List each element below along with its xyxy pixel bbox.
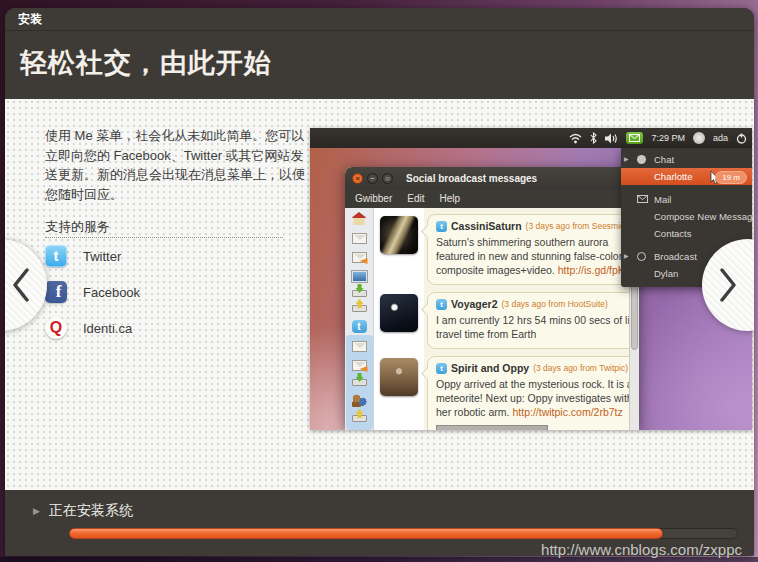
outbox-send-icon: [352, 305, 367, 312]
photos-icon: [352, 271, 367, 282]
message-meta: (3 days ago from Twitpic): [533, 363, 628, 373]
volume-icon: [605, 133, 618, 144]
desktop-background: 安装 轻松社交，由此开始 使用 Me 菜单，社会化从未如此简单。您可以立即向您的…: [0, 0, 758, 562]
panel-username: ada: [713, 133, 728, 143]
installer-window: 安装 轻松社交，由此开始 使用 Me 菜单，社会化从未如此简单。您可以立即向您的…: [5, 8, 754, 556]
window-titlebar: 安装: [5, 8, 754, 31]
attached-photo: [436, 425, 548, 430]
previous-slide-button[interactable]: [5, 239, 47, 331]
inbox-receive-icon: [352, 379, 367, 386]
screenshot-top-panel: 7:29 PM ada: [310, 128, 752, 148]
twitter-icon: t: [45, 245, 67, 267]
desktop-screenshot-image: 7:29 PM ada × − ○ Social broadcast messa…: [310, 128, 752, 430]
facebook-icon: f: [45, 281, 67, 303]
gwibber-window-title: Social broadcast messages: [406, 173, 537, 184]
wifi-icon: [569, 133, 582, 144]
service-item-identica: Q Identi.ca: [45, 315, 132, 341]
window-title: 安装: [18, 12, 42, 26]
avatar: [693, 132, 705, 144]
install-status-expander[interactable]: ▶ 正在安装系统: [33, 502, 133, 520]
watermark-url: http://www.cnblogs.com/zxppc: [541, 541, 742, 558]
slide-header: 轻松社交，由此开始: [5, 31, 754, 98]
slide-heading: 轻松社交，由此开始: [5, 31, 754, 81]
message-envelope-icon: [626, 132, 643, 144]
contacts-icon: [352, 394, 367, 407]
minimize-icon: −: [367, 173, 378, 184]
avatar: [380, 216, 418, 254]
identica-icon: Q: [45, 317, 67, 339]
message-author: Voyager2: [451, 298, 498, 310]
menu-gwibber: Gwibber: [355, 193, 392, 204]
gwibber-menubar: Gwibber Edit Help: [345, 189, 639, 208]
service-label: Identi.ca: [83, 321, 132, 336]
avatar: [380, 294, 418, 332]
message-list: t CassiniSaturn (3 days ago from Seesmic…: [374, 208, 639, 430]
twitter-icon: t: [352, 320, 367, 333]
home-icon: [352, 212, 367, 225]
slideshow-area: 使用 Me 菜单，社会化从未如此简单。您可以立即向您的 Facebook、Twi…: [5, 99, 754, 490]
message-item: t CassiniSaturn (3 days ago from Seesmic…: [378, 214, 639, 285]
chevron-right-icon: [720, 268, 736, 302]
service-item-twitter: t Twitter: [45, 243, 121, 269]
services-title: 支持的服务: [45, 218, 110, 236]
envelope-icon: [352, 233, 367, 244]
submenu-arrow-icon: ▶: [624, 248, 629, 265]
twitter-icon: t: [436, 299, 447, 310]
avatar: [380, 358, 418, 396]
menu-item-mail: Mail: [621, 191, 752, 208]
message-author: Spirit and Oppy: [451, 362, 529, 374]
message-author: CassiniSaturn: [451, 220, 522, 232]
service-item-facebook: f Facebook: [45, 279, 140, 305]
service-label: Facebook: [83, 285, 140, 300]
gwibber-content: t t: [345, 208, 639, 430]
status-badge: 19 m: [715, 171, 747, 184]
services-divider: [45, 237, 283, 238]
maximize-icon: ○: [382, 173, 393, 184]
envelope-icon: [352, 341, 367, 352]
reply-envelope-icon: [352, 360, 367, 371]
twitter-icon: t: [436, 363, 447, 374]
gwibber-sidebar: t: [345, 208, 374, 430]
power-icon: [736, 133, 747, 144]
panel-clock: 7:29 PM: [651, 133, 685, 143]
install-status-text: 正在安装系统: [49, 502, 133, 520]
message-meta: (3 days ago from HootSuite): [502, 299, 608, 309]
message-body: I am currently 12 hrs 54 mins 00 secs of…: [436, 314, 639, 340]
message-item: t Spirit and Oppy (3 days ago from Twitp…: [378, 356, 639, 430]
mail-envelope-icon: [637, 195, 648, 203]
message-bubble: t CassiniSaturn (3 days ago from Seesmic…: [427, 214, 639, 285]
chat-bubble-icon: [637, 155, 646, 164]
submenu-arrow-icon: ▶: [624, 151, 629, 168]
menu-item-compose: Compose New Message: [621, 208, 752, 225]
slide-paragraph: 使用 Me 菜单，社会化从未如此简单。您可以立即向您的 Facebook、Twi…: [45, 126, 310, 204]
service-label: Twitter: [83, 249, 121, 264]
reply-envelope-icon: [352, 252, 367, 263]
bluetooth-icon: [590, 132, 597, 144]
menu-edit: Edit: [407, 193, 424, 204]
menu-item-charlotte: Charlotte 19 m: [621, 168, 752, 185]
message-bubble: t Voyager2 (3 days ago from HootSuite) I…: [427, 292, 639, 349]
menu-item-chat: ▶ Chat: [621, 151, 752, 168]
close-icon: ×: [352, 173, 363, 184]
message-item: t Voyager2 (3 days ago from HootSuite) I…: [378, 292, 639, 349]
progress-fill: [69, 528, 663, 539]
gwibber-window: × − ○ Social broadcast messages Gwibber …: [345, 167, 639, 430]
menu-item-contacts: Contacts: [621, 225, 752, 242]
menu-help: Help: [439, 193, 460, 204]
message-bubble: t Spirit and Oppy (3 days ago from Twitp…: [427, 356, 639, 430]
message-link: http://twitpic.com/2rb7tz: [512, 406, 622, 418]
chevron-left-icon: [13, 268, 29, 302]
gwibber-titlebar: × − ○ Social broadcast messages: [345, 167, 639, 189]
outbox-send-icon: [352, 415, 367, 422]
expander-triangle-icon: ▶: [33, 506, 40, 516]
twitter-icon: t: [436, 221, 447, 232]
install-progress-bar: [69, 528, 738, 539]
inbox-receive-icon: [352, 290, 367, 297]
slide-description: 使用 Me 菜单，社会化从未如此简单。您可以立即向您的 Facebook、Twi…: [45, 126, 310, 204]
broadcast-icon: [637, 252, 646, 261]
